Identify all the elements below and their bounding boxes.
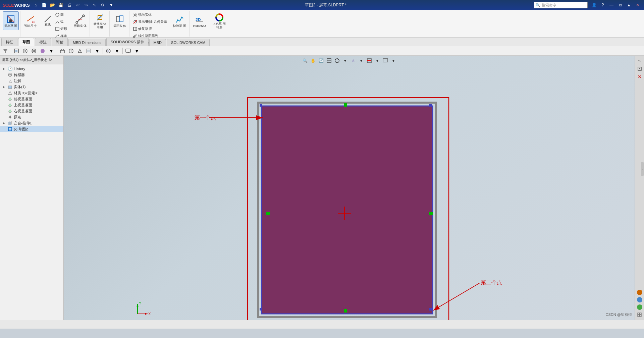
open-icon[interactable]: 📂 <box>49 1 56 9</box>
sketch-color-icon[interactable] <box>39 47 47 55</box>
svg-rect-43 <box>126 49 130 52</box>
tree-item-right-plane[interactable]: 右视基准面 <box>0 108 63 114</box>
options-icon[interactable]: ⚙ <box>99 1 107 9</box>
vp-more-icon[interactable]: ▼ <box>358 57 365 64</box>
redo-icon[interactable]: ↪ <box>83 1 90 9</box>
rp-expand-icon[interactable] <box>636 65 643 72</box>
tree-item-annotation[interactable]: △ 注解 <box>0 78 63 84</box>
tree-item-material[interactable]: 材质 <未指定> <box>0 90 63 96</box>
tree-item-sensor[interactable]: 传感器 <box>0 72 63 78</box>
sketch-display3-icon[interactable]: ▼ <box>133 47 141 55</box>
vp-rotate-icon[interactable]: 🔄 <box>317 57 325 64</box>
rp-close-icon[interactable]: ✕ <box>636 73 643 80</box>
vp-pan-icon[interactable]: ✋ <box>309 57 317 64</box>
sketch-view-icon[interactable] <box>12 47 20 55</box>
quick-sketch-button[interactable]: 快速草 图 <box>172 11 188 30</box>
undo-icon[interactable]: ↩ <box>74 1 82 9</box>
tree-item-extrude1[interactable]: ▶ 凸台-拉伸1 <box>0 120 63 126</box>
smart-dim-button[interactable]: ⟺ 智能尺 寸 <box>22 11 39 30</box>
sketch-tool3-icon[interactable] <box>76 47 84 55</box>
sketch-center-icon[interactable] <box>21 47 29 55</box>
tree-item-sketch2[interactable]: (-) 草图2 <box>0 126 63 132</box>
tree-item-top-plane[interactable]: 上视基准面 <box>0 102 63 108</box>
sketch-tool1-icon[interactable] <box>58 47 66 55</box>
tab-evaluate[interactable]: 评估 <box>52 38 68 46</box>
vp-appearance-icon[interactable] <box>350 57 357 64</box>
tab-solidworks-plugin[interactable]: SOLIDWORKS 插件 <box>106 38 149 46</box>
print-icon[interactable]: 🖨 <box>66 1 73 9</box>
tree-item-origin[interactable]: 原点 <box>0 114 63 120</box>
sketch-tool2-icon[interactable] <box>67 47 75 55</box>
arc-button[interactable]: 弧 <box>54 18 68 25</box>
vp-monitor-icon[interactable] <box>382 57 389 64</box>
close-icon[interactable]: ✕ <box>634 1 641 9</box>
feature-tree[interactable]: ▶ 🕐 History 传感器 △ 注解 ▶ <box>0 64 63 320</box>
show-hide-label: 显示/删除 几何关系 <box>138 19 167 24</box>
rp-cursor-icon[interactable]: ↖ <box>636 57 643 64</box>
sketch-tool4-icon[interactable] <box>85 47 93 55</box>
repair-button[interactable]: 修复草 图 <box>131 25 168 32</box>
rp-color2-icon[interactable] <box>637 297 642 302</box>
tab-mbd[interactable]: MBD <box>149 39 166 46</box>
vp-settings-icon[interactable]: ▼ <box>390 57 397 64</box>
search-placeholder: 搜索命令 <box>542 3 556 8</box>
main-content: 屏幕 (默认) <<默认>_显示状态 1> ▶ 🕐 History 传感器 △ <box>0 56 644 320</box>
search-bar[interactable]: 🔍 搜索命令 <box>534 2 588 8</box>
rp-color1-icon[interactable] <box>637 290 642 295</box>
arrow-extrude1: ▶ <box>3 121 7 125</box>
tab-dimension[interactable]: 标注 <box>35 38 51 46</box>
user-icon[interactable]: 👤 <box>590 1 598 9</box>
sketch-display2-icon[interactable]: ▼ <box>113 47 121 55</box>
maximize-icon[interactable]: ▲ <box>625 1 633 9</box>
sketch-tool5-icon[interactable]: ▼ <box>93 47 101 55</box>
rp-grid-icon[interactable] <box>636 311 643 319</box>
rp-color3-icon[interactable] <box>637 304 642 310</box>
help-icon[interactable]: ? <box>599 1 606 9</box>
new-icon[interactable]: 📄 <box>41 1 48 9</box>
home-icon[interactable]: ⌂ <box>32 1 40 9</box>
arrow-history: ▶ <box>3 67 7 70</box>
vp-zoom-icon[interactable]: 🔍 <box>301 57 309 64</box>
vp-section-icon[interactable] <box>366 57 373 64</box>
tab-solidworks-cam[interactable]: SOLIDWORKS CAM <box>167 39 210 46</box>
rect-button[interactable]: 矩形 <box>54 25 68 32</box>
tab-feature[interactable]: 特征 <box>1 38 17 46</box>
sketch-filter-icon[interactable] <box>1 47 9 55</box>
svg-rect-74 <box>429 308 432 311</box>
quick-sketch-icon <box>174 14 185 24</box>
restore-icon[interactable]: ⧉ <box>616 1 624 9</box>
dropdown-icon[interactable]: ▼ <box>108 1 115 9</box>
vp-display-icon[interactable]: ▼ <box>341 57 349 64</box>
tree-item-solid[interactable]: ▶ 实体(1) <box>0 84 63 90</box>
tab-sketch[interactable]: 草图 <box>18 38 34 46</box>
top-plane-icon <box>7 102 13 108</box>
exit-sketch-button[interactable]: ⬛ 退出草 图 <box>3 11 19 30</box>
cut-entities-button[interactable]: 剪裁实 体 <box>72 11 88 30</box>
save-icon[interactable]: 💾 <box>57 1 65 9</box>
sketch-monitor-icon[interactable] <box>124 47 132 55</box>
circle-button[interactable]: 圆 <box>54 11 68 18</box>
tree-item-history[interactable]: ▶ 🕐 History <box>0 66 63 72</box>
equal-entities-button[interactable]: 等距实 体 <box>112 11 128 30</box>
cut-entities-label: 剪裁实 体 <box>74 24 87 28</box>
viewport[interactable]: 🔍 ✋ 🔄 ▼ ▼ ▼ ▼ <box>64 56 635 320</box>
tab-mbd-dimensions[interactable]: MBD Dimensions <box>68 39 106 46</box>
vp-shading-icon[interactable] <box>333 57 341 64</box>
tree-item-front-plane[interactable]: 前视基准面 <box>0 96 63 102</box>
sketch-display1-icon[interactable] <box>104 47 112 55</box>
mirror-button[interactable]: 镜向实体 <box>131 11 168 18</box>
instant2d-button[interactable]: 2D Instant2D <box>192 11 208 30</box>
minimize-icon[interactable]: — <box>608 1 615 9</box>
svg-rect-13 <box>116 16 120 22</box>
show-hide-button[interactable]: 显示/删除 几何关系 <box>131 18 168 25</box>
line-button[interactable]: 直线 <box>42 11 53 30</box>
convert-entities-button[interactable]: 转换实 体引用 <box>92 11 108 30</box>
color-wheel-button[interactable]: 上色草 图轮廓 <box>211 11 227 30</box>
vp-view-icon[interactable] <box>325 57 333 64</box>
svg-text:⟺: ⟺ <box>32 20 35 24</box>
svg-rect-22 <box>136 34 137 36</box>
sketch-more-icon[interactable]: ▼ <box>47 47 55 55</box>
vp-more2-icon[interactable]: ▼ <box>374 57 381 64</box>
select-icon[interactable]: ↖ <box>91 1 98 9</box>
sketch-globe-icon[interactable] <box>30 47 38 55</box>
